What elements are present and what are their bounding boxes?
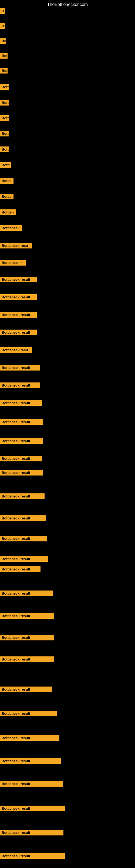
result-label: Bott — [0, 100, 9, 105]
result-label: Bottleneck result — [0, 566, 41, 572]
result-label: B — [0, 8, 5, 14]
result-item: B — [0, 23, 5, 30]
result-item: Bottleneck result — [0, 419, 43, 426]
result-item: Bottleneck result — [0, 613, 54, 620]
result-item: Bottl — [0, 162, 11, 169]
result-item: Bottleneck result — [0, 536, 47, 542]
result-label: Bottleneck result — [0, 400, 42, 406]
result-label: Bottleneck result — [0, 312, 37, 318]
result-label: Bottle — [0, 178, 13, 184]
result-label: Bottleneck result — [0, 758, 61, 764]
page-container: TheBottlenecker.com BBBoBotBotBottBottBo… — [0, 0, 135, 868]
result-item: Bo — [0, 38, 6, 45]
site-title: TheBottlenecker.com — [0, 0, 135, 9]
result-label: Bottleneck result — [0, 781, 63, 786]
result-item: Bottlen — [0, 209, 16, 216]
result-item: Bottleneck result — [0, 438, 43, 445]
result-item: Bottleneck result — [0, 686, 52, 693]
result-item: Bottleneck r — [0, 260, 26, 267]
result-label: Bottleneck r — [0, 260, 26, 266]
result-label: Bottleneck result — [0, 635, 54, 641]
result-item: Bott — [0, 84, 9, 91]
result-label: Bott — [0, 131, 9, 136]
result-item: Bottleneck resu — [0, 347, 32, 354]
result-item: Bot — [0, 68, 8, 74]
result-item: Bottleneck result — [0, 635, 54, 642]
result-label: Bottleneck result — [0, 516, 46, 521]
result-item: Bottleneck result — [0, 382, 40, 389]
result-label: Bottleneck result — [0, 806, 65, 811]
result-label: Bottleneck result — [0, 294, 37, 300]
result-label: Bottleneck resu — [0, 347, 32, 353]
result-label: Bot — [0, 53, 8, 59]
result-label: Bottleneck resu — [0, 243, 32, 248]
result-item: Bottleneck result — [0, 400, 42, 407]
result-item: Bottleneck result — [0, 294, 37, 301]
result-label: Bo — [0, 38, 6, 44]
result-label: Bott — [0, 115, 9, 121]
result-label: Bott — [0, 147, 9, 152]
result-label: Bottleneck result — [0, 853, 65, 859]
result-item: Bottleneck result — [0, 566, 41, 573]
result-item: Bottleneck result — [0, 656, 54, 663]
result-item: Bottleneck result — [0, 781, 63, 788]
result-item: Bottleneck result — [0, 590, 53, 597]
result-item: Bottleneck result — [0, 735, 59, 742]
result-label: Bottleneck result — [0, 686, 52, 692]
result-label: Bottleneck result — [0, 456, 42, 461]
result-item: Bottleneck — [0, 225, 22, 232]
result-label: Bottlen — [0, 209, 16, 215]
result-item: Bottleneck result — [0, 312, 37, 319]
result-item: Bottle — [0, 194, 13, 200]
result-label: Bottleneck result — [0, 656, 54, 662]
result-label: Bottleneck result — [0, 330, 37, 335]
result-label: B — [0, 23, 5, 29]
result-label: Bottleneck result — [0, 470, 43, 475]
result-label: Bottleneck result — [0, 277, 37, 282]
result-item: Bottleneck result — [0, 365, 40, 372]
result-item: Bottleneck result — [0, 456, 42, 463]
result-item: Bottle — [0, 178, 13, 185]
result-label: Bottleneck result — [0, 493, 45, 499]
result-item: Bottleneck result — [0, 330, 37, 336]
result-item: B — [0, 8, 5, 15]
result-label: Bottleneck result — [0, 419, 43, 425]
result-item: Bottleneck result — [0, 806, 65, 812]
result-item: Bott — [0, 100, 9, 106]
result-item: Bottleneck result — [0, 470, 43, 476]
result-label: Bottleneck result — [0, 536, 47, 541]
result-label: Bottleneck result — [0, 382, 40, 388]
result-label: Bottleneck — [0, 225, 22, 231]
result-label: Bottle — [0, 194, 13, 199]
result-label: Bot — [0, 68, 8, 73]
result-item: Bottleneck result — [0, 493, 45, 500]
result-label: Bottleneck result — [0, 613, 54, 619]
result-label: Bottleneck result — [0, 438, 43, 444]
result-label: Bottleneck result — [0, 365, 40, 371]
result-label: Bottleneck result — [0, 830, 63, 835]
result-item: Bottleneck result — [0, 277, 37, 283]
result-item: Bottleneck result — [0, 556, 48, 563]
result-label: Bottleneck result — [0, 735, 59, 741]
result-item: Bottleneck result — [0, 853, 65, 860]
result-item: Bottleneck result — [0, 830, 63, 837]
result-label: Bottl — [0, 162, 11, 168]
result-label: Bott — [0, 84, 9, 90]
result-item: Bottleneck result — [0, 711, 57, 717]
result-item: Bott — [0, 115, 9, 122]
result-item: Bottleneck result — [0, 516, 46, 522]
result-label: Bottleneck result — [0, 590, 53, 596]
result-item: Bott — [0, 147, 9, 153]
result-item: Bott — [0, 131, 9, 137]
result-item: Bottleneck result — [0, 758, 61, 765]
result-item: Bottleneck resu — [0, 243, 32, 250]
result-item: Bot — [0, 53, 8, 60]
result-label: Bottleneck result — [0, 711, 57, 716]
result-label: Bottleneck result — [0, 556, 48, 562]
